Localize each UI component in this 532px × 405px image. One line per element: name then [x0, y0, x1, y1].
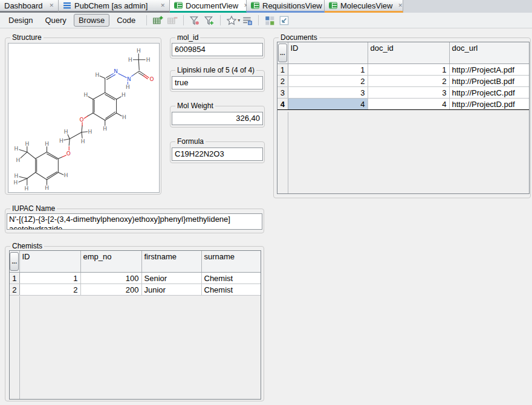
structure-group-label: Structure — [10, 33, 44, 42]
cell-firstname[interactable]: Junior — [141, 284, 201, 296]
iupac-line1: N'-[(1Z)-{3-[2-(3,4-dimethylphenoxy)etho… — [9, 215, 260, 224]
cell-id[interactable]: 2 — [288, 76, 368, 87]
mol-weight-field[interactable]: 326,40 — [172, 112, 263, 125]
cell-id[interactable]: 1 — [288, 64, 368, 76]
add-row-icon[interactable] — [151, 15, 164, 27]
view-table-icon — [329, 2, 337, 9]
toolbar-separator — [258, 15, 259, 25]
chemists-table: ... ID emp_no firstname surname 1 1 100 … — [10, 251, 261, 296]
mol-weight-label: Mol Weight — [175, 102, 215, 110]
open-in-editor-icon[interactable] — [277, 15, 291, 27]
panel-settings-icon[interactable] — [241, 15, 254, 27]
close-icon[interactable]: ✕ — [395, 3, 403, 8]
formula-field[interactable]: C19H22N2O3 — [172, 147, 263, 161]
cell-emp-no[interactable]: 100 — [80, 273, 141, 284]
cell-doc-url[interactable]: http://ProjectD.pdf — [449, 99, 530, 110]
tab-pubchem[interactable]: PubChem [as admin] ✕ — [59, 0, 170, 13]
toolbar-separator — [146, 15, 147, 25]
filter-save-icon[interactable] — [188, 15, 201, 27]
favorites-star-icon[interactable] — [225, 15, 238, 27]
svg-text:H: H — [88, 129, 92, 135]
formula-label: Formula — [175, 137, 206, 146]
tab-label: PubChem [as admin] — [74, 1, 148, 10]
cell-doc-id[interactable]: 1 — [368, 64, 449, 76]
cell-doc-url[interactable]: http://ProjectA.pdf — [449, 64, 530, 76]
cell-id[interactable]: 3 — [288, 87, 368, 99]
svg-text:H: H — [15, 146, 19, 152]
form-content: Structure — [0, 28, 532, 405]
cell-doc-id[interactable]: 3 — [368, 87, 449, 99]
cell-doc-id[interactable]: 2 — [368, 76, 449, 87]
cell-firstname[interactable]: Senior — [141, 273, 201, 284]
tab-dashboard[interactable]: Dashboard ✕ — [0, 0, 59, 13]
svg-text:H: H — [122, 114, 126, 120]
svg-text:O: O — [66, 151, 71, 157]
column-header-surname[interactable]: surname — [201, 251, 261, 273]
cell-surname[interactable]: Chemist — [201, 273, 261, 284]
iupac-group: IUPAC Name N'-[(1Z)-{3-[2-(3,4-dimethylp… — [5, 209, 264, 233]
row-number[interactable]: 2 — [277, 76, 288, 87]
editor-tabbar: Dashboard ✕ PubChem [as admin] ✕ Documen… — [0, 0, 532, 13]
cell-id[interactable]: 2 — [19, 284, 80, 296]
column-header-id[interactable]: ID — [19, 251, 80, 273]
svg-text:H: H — [24, 186, 28, 192]
query-mode-button[interactable]: Query — [40, 14, 71, 27]
layout-grid-icon[interactable] — [263, 15, 276, 27]
table-row[interactable]: 1 1 1 http://ProjectA.pdf — [277, 64, 530, 76]
grid-options-button[interactable]: ... — [10, 252, 19, 271]
chemists-grid: ... ID emp_no firstname surname 1 1 100 … — [9, 250, 261, 400]
browse-mode-button[interactable]: Browse — [74, 14, 109, 27]
mol-id-field[interactable]: 6009854 — [172, 43, 263, 56]
grid-options-button[interactable]: ... — [278, 44, 287, 62]
view-table-icon — [174, 2, 183, 9]
tab-documentview[interactable]: DocumentView ✕ — [170, 0, 247, 13]
molecule-structure-image: HHH HH HHHH HH HH HHH HHH HHH NN — [8, 43, 160, 193]
cell-emp-no[interactable]: 200 — [80, 284, 141, 296]
svg-text:O: O — [150, 76, 154, 82]
column-header-firstname[interactable]: firstname — [141, 251, 201, 273]
column-header-emp-no[interactable]: emp_no — [80, 251, 141, 273]
filter-add-icon[interactable] — [203, 15, 216, 27]
row-number[interactable]: 1 — [277, 64, 288, 76]
documents-table: ... ID doc_id doc_url 1 1 1 http://Proje… — [277, 42, 530, 110]
svg-text:H: H — [146, 57, 151, 63]
row-number[interactable]: 1 — [10, 273, 19, 284]
table-row-selected[interactable]: 4 4 4 http://ProjectD.pdf — [277, 99, 530, 110]
row-number[interactable]: 4 — [277, 99, 288, 110]
toolbar-separator — [220, 15, 221, 25]
cell-id-selected[interactable]: 4 — [288, 99, 368, 110]
table-row[interactable]: 3 3 3 http://ProjectC.pdf — [277, 87, 530, 99]
cell-surname[interactable]: Chemist — [201, 284, 261, 296]
svg-text:H: H — [16, 157, 21, 163]
close-icon[interactable]: ✕ — [47, 3, 54, 8]
chemists-header-row: ... ID emp_no firstname surname — [10, 251, 261, 273]
row-number[interactable]: 3 — [277, 87, 288, 99]
close-icon[interactable]: ✕ — [158, 3, 165, 8]
table-row[interactable]: 2 2 200 Junior Chemist — [10, 284, 261, 296]
chemists-group-label: Chemists — [10, 242, 44, 250]
toolbar: Design Query Browse Code ▾ — [0, 13, 532, 28]
iupac-name-field[interactable]: N'-[(1Z)-{3-[2-(3,4-dimethylphenoxy)etho… — [7, 213, 262, 230]
cell-id[interactable]: 1 — [19, 273, 80, 284]
delete-row-icon[interactable] — [166, 15, 179, 27]
menu-icon — [63, 2, 71, 9]
lipinski-field[interactable]: true — [172, 76, 263, 89]
documents-group: Documents ... ID doc_id doc_url 1 1 1 ht… — [273, 37, 531, 198]
iupac-line2: acetohydrazide — [9, 224, 260, 230]
cell-doc-id[interactable]: 4 — [368, 99, 449, 110]
cell-doc-url[interactable]: http://ProjectB.pdf — [449, 76, 530, 87]
row-number[interactable]: 2 — [10, 284, 19, 296]
cell-doc-url[interactable]: http://ProjectC.pdf — [449, 87, 530, 99]
svg-text:H: H — [126, 84, 130, 90]
tab-moleculesview[interactable]: MoleculesView ✕ — [325, 0, 403, 13]
design-mode-button[interactable]: Design — [4, 14, 37, 27]
table-row[interactable]: 1 1 100 Senior Chemist — [10, 273, 261, 284]
table-row[interactable]: 2 2 2 http://ProjectB.pdf — [277, 76, 530, 87]
column-header-doc-url[interactable]: doc_url — [449, 42, 530, 64]
column-header-doc-id[interactable]: doc_id — [368, 42, 449, 64]
code-mode-button[interactable]: Code — [112, 14, 140, 27]
tab-requisitionsview[interactable]: RequisitionsView ✕ — [247, 0, 325, 13]
svg-text:H: H — [64, 129, 68, 135]
chevron-down-icon[interactable]: ▾ — [238, 18, 240, 23]
column-header-id[interactable]: ID — [288, 42, 368, 64]
